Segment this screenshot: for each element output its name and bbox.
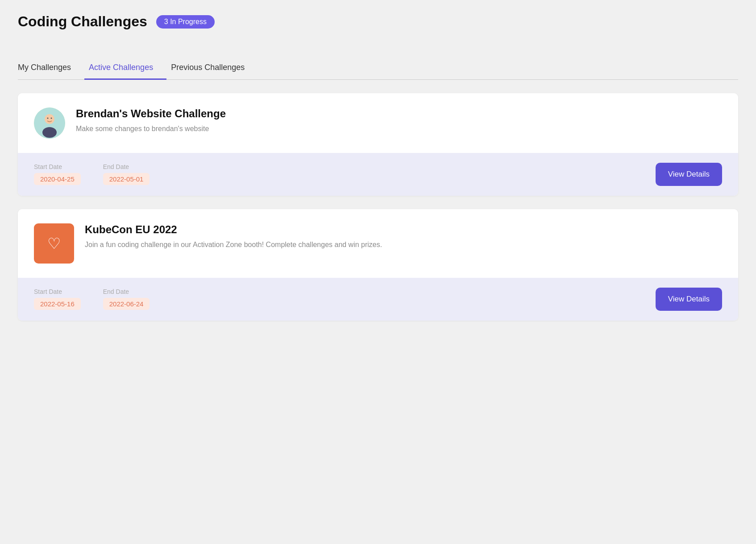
svg-point-4 bbox=[51, 117, 52, 119]
start-date-value-kubecon: 2022-05-16 bbox=[34, 298, 81, 310]
start-date-label-kubecon: Start Date bbox=[34, 288, 81, 295]
challenge-card-top-brendan: Brendan's Website Challenge Make some ch… bbox=[18, 93, 738, 153]
start-date-value-brendan: 2020-04-25 bbox=[34, 173, 81, 185]
end-date-group-kubecon: End Date 2022-06-24 bbox=[103, 288, 150, 310]
challenge-title-kubecon: KubeCon EU 2022 bbox=[85, 223, 722, 236]
page-header: Coding Challenges 3 In Progress bbox=[18, 13, 738, 30]
challenge-card-bottom-brendan: Start Date 2020-04-25 End Date 2022-05-0… bbox=[18, 153, 738, 196]
avatar-brendan bbox=[34, 107, 65, 139]
challenge-card-kubecon: ♡ KubeCon EU 2022 Join a fun coding chal… bbox=[18, 209, 738, 321]
heart-icon: ♡ bbox=[47, 235, 61, 252]
end-date-label-kubecon: End Date bbox=[103, 288, 150, 295]
page-title: Coding Challenges bbox=[18, 13, 147, 30]
avatar-kubecon: ♡ bbox=[34, 223, 74, 264]
challenge-desc-brendan: Make some changes to brendan's website bbox=[76, 124, 722, 134]
challenge-card-top-kubecon: ♡ KubeCon EU 2022 Join a fun coding chal… bbox=[18, 209, 738, 278]
in-progress-badge: 3 In Progress bbox=[156, 15, 215, 29]
challenge-info-brendan: Brendan's Website Challenge Make some ch… bbox=[76, 107, 722, 134]
challenge-card-brendan: Brendan's Website Challenge Make some ch… bbox=[18, 93, 738, 196]
view-details-button-brendan[interactable]: View Details bbox=[656, 163, 722, 186]
challenge-desc-kubecon: Join a fun coding challenge in our Activ… bbox=[85, 239, 722, 250]
svg-point-2 bbox=[42, 127, 57, 138]
avatar-person-icon bbox=[34, 107, 65, 139]
view-details-button-kubecon[interactable]: View Details bbox=[656, 288, 722, 311]
tab-my-challenges[interactable]: My Challenges bbox=[18, 57, 84, 80]
tab-previous-challenges[interactable]: Previous Challenges bbox=[166, 57, 258, 80]
start-date-group-brendan: Start Date 2020-04-25 bbox=[34, 163, 81, 185]
challenge-card-bottom-kubecon: Start Date 2022-05-16 End Date 2022-06-2… bbox=[18, 278, 738, 321]
start-date-label-brendan: Start Date bbox=[34, 163, 81, 170]
end-date-value-kubecon: 2022-06-24 bbox=[103, 298, 150, 310]
end-date-label-brendan: End Date bbox=[103, 163, 150, 170]
tab-active-challenges[interactable]: Active Challenges bbox=[84, 57, 166, 80]
challenge-title-brendan: Brendan's Website Challenge bbox=[76, 107, 722, 120]
challenge-info-kubecon: KubeCon EU 2022 Join a fun coding challe… bbox=[85, 223, 722, 250]
tabs-nav: My Challenges Active Challenges Previous… bbox=[18, 57, 738, 80]
svg-point-1 bbox=[45, 114, 54, 124]
end-date-group-brendan: End Date 2022-05-01 bbox=[103, 163, 150, 185]
svg-point-3 bbox=[47, 117, 49, 119]
end-date-value-brendan: 2022-05-01 bbox=[103, 173, 150, 185]
start-date-group-kubecon: Start Date 2022-05-16 bbox=[34, 288, 81, 310]
